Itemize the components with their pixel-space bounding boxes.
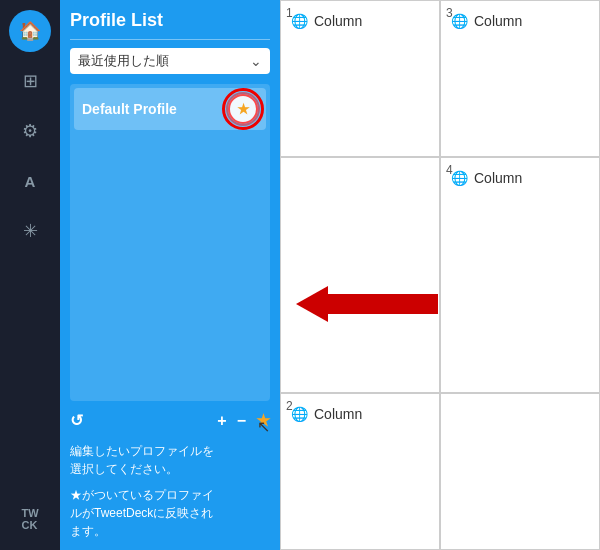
profile-name: Default Profile: [82, 101, 177, 117]
col-label-1: Column: [314, 13, 362, 29]
chevron-down-icon: ⌄: [250, 53, 262, 69]
nav-layers[interactable]: ⊞: [9, 60, 51, 102]
globe-icon-2: 🌐: [291, 406, 308, 422]
divider: [70, 39, 270, 40]
nav-tweetdeck[interactable]: TWCK: [9, 498, 51, 540]
col-num-1: 1: [286, 6, 293, 20]
nav-bottom: TWCK: [9, 498, 51, 540]
column-header-1: 🌐 Column: [291, 13, 429, 29]
main-content: 1 🌐 Column 3 🌐 Column 4 🌐 Column 2 🌐 Col…: [280, 0, 600, 550]
nav-brightness[interactable]: ✳: [9, 210, 51, 252]
star-button[interactable]: ★: [228, 94, 258, 124]
panel-toolbar: ↺ + − ★ ↖: [70, 409, 270, 432]
col-label-2: Column: [314, 406, 362, 422]
globe-icon-3: 🌐: [451, 13, 468, 29]
nav-home[interactable]: 🏠: [9, 10, 51, 52]
col-label-3: Column: [474, 13, 522, 29]
hint-text-2: ★がついているプロファイ ルがTweetDeckに反映され ます。: [70, 486, 270, 540]
column-cell-2: 2 🌐 Column: [280, 393, 440, 550]
sort-label: 最近使用した順: [78, 52, 169, 70]
nav-settings[interactable]: ⚙: [9, 110, 51, 152]
column-header-2: 🌐 Column: [291, 406, 429, 422]
sort-dropdown[interactable]: 最近使用した順 ⌄: [70, 48, 270, 74]
globe-icon-4: 🌐: [451, 170, 468, 186]
refresh-button[interactable]: ↺: [70, 411, 83, 430]
profile-item[interactable]: Default Profile ★: [74, 88, 266, 130]
panel-title: Profile List: [70, 10, 270, 31]
col-num-3: 3: [446, 6, 453, 20]
column-cell-5: [440, 393, 600, 550]
globe-icon-1: 🌐: [291, 13, 308, 29]
profile-panel: Profile List 最近使用した順 ⌄ Default Profile ★…: [60, 0, 280, 550]
hint-text-1: 編集したいプロファイルを 選択してください。: [70, 442, 270, 478]
column-cell-3: 3 🌐 Column: [440, 0, 600, 157]
profile-list-area: Default Profile ★: [70, 84, 270, 401]
star-highlight: ★: [228, 94, 258, 124]
column-header-3: 🌐 Column: [451, 13, 589, 29]
star-icon: ★: [237, 101, 250, 117]
remove-button[interactable]: −: [237, 412, 246, 430]
nav-bar: 🏠 ⊞ ⚙ A ✳ TWCK: [0, 0, 60, 550]
col-num-2: 2: [286, 399, 293, 413]
add-button[interactable]: +: [217, 412, 226, 430]
column-header-4: 🌐 Column: [451, 170, 589, 186]
cursor-indicator: ↖: [257, 417, 270, 436]
nav-text[interactable]: A: [9, 160, 51, 202]
col-label-4: Column: [474, 170, 522, 186]
column-cell-empty: [280, 157, 440, 394]
column-cell-1: 1 🌐 Column: [280, 0, 440, 157]
col-num-4: 4: [446, 163, 453, 177]
column-cell-4: 4 🌐 Column: [440, 157, 600, 394]
